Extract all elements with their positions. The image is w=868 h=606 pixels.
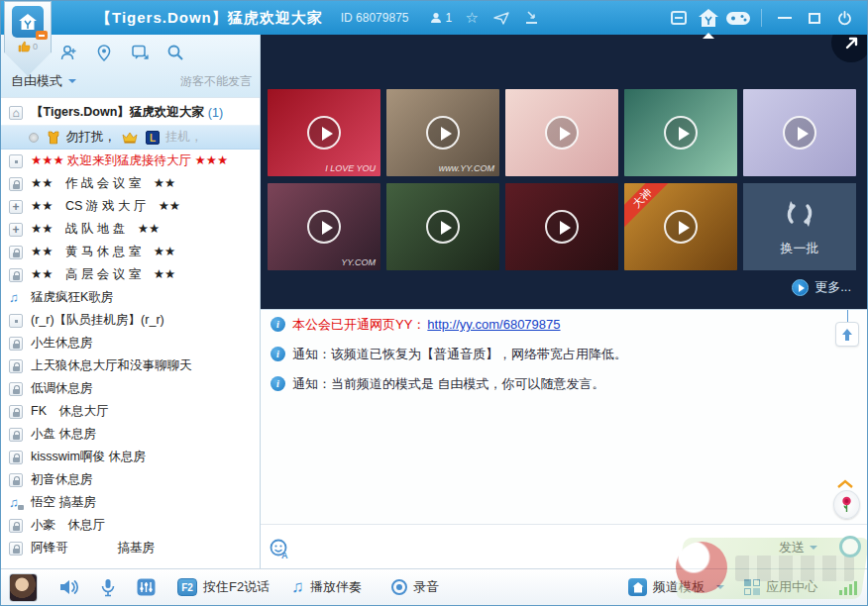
thumbnail-caption: www.YY.COM [439,163,494,173]
speaker-button[interactable] [59,578,79,596]
channel-room-row[interactable]: ★★ CS 游 戏 大 厅 ★★ [1,195,260,218]
close-power-button[interactable] [829,5,859,31]
favorite-star-icon[interactable]: ☆ [462,8,482,28]
video-thumbnail[interactable] [386,183,499,270]
channel-template-button[interactable]: 频道模板 [653,578,705,596]
share-plane-icon[interactable] [491,8,511,28]
send-options-caret-icon[interactable] [810,546,817,554]
status-toolbar: F2 按住F2说话 ♫ 播放伴奏 录音 频道模板 应用中心 [1,568,867,605]
app-center-button[interactable]: 应用中心 [766,578,817,596]
channel-room-row[interactable]: ★★ 高 层 会 议 室 ★★ [1,263,260,286]
channel-room-row[interactable]: FK 休息大厅 [1,400,260,423]
send-button[interactable]: 发送 [779,539,817,556]
speaker-icon [59,578,79,596]
home-icon [18,13,38,31]
microphone-icon [101,578,115,597]
lol-game-badge: L [146,131,160,145]
message-compose-icon[interactable] [130,43,150,62]
video-thumbnail[interactable] [743,89,856,176]
busy-status-badge [36,31,48,40]
channel-room-row[interactable]: 阿锋哥 搞基房 [1,537,260,559]
play-icon [545,210,579,244]
send-flower-button[interactable] [833,490,860,519]
video-thumbnail[interactable]: www.YY.COM [386,89,499,176]
channel-room-row[interactable]: ★★ 战 队 地 盘 ★★ [1,218,260,241]
play-accompaniment-button[interactable]: ♫ 播放伴奏 [291,577,362,597]
thumbnail-caption: YY.COM [341,257,376,267]
video-thumbnail[interactable]: 大神 [624,183,737,270]
arrow-up-right-icon [844,36,859,50]
audio-mixer-button[interactable] [137,578,156,596]
refresh-batch-button[interactable]: 换一批 [743,183,856,270]
collapse-chevron-icon[interactable] [837,479,853,488]
channel-room-row[interactable]: 小生休息房 [1,332,260,354]
expand-button[interactable] [829,35,867,64]
microphone-button[interactable] [101,578,115,597]
channel-room-row[interactable]: 悟空 搞基房 [1,491,260,514]
maximize-button[interactable] [800,5,829,31]
channel-room-row[interactable]: 小盘 休息房 [1,423,260,446]
record-button[interactable]: 录音 [391,578,439,596]
room-icon [9,291,23,305]
chat-message: i 通知：当前频道的模式是 自由模式，你可以随意发言。 [261,369,868,399]
channel-room-row[interactable]: 初音休息房 [1,468,260,491]
channel-room-row[interactable]: kissswim啊俊 休息房 [1,446,260,468]
announcement-row[interactable]: ★★★ 欢迎来到猛虎接待大厅 ★★★ [1,150,260,172]
more-videos-link[interactable]: 更多... [792,278,851,296]
channel-mode-selector[interactable]: 自由模式 [11,72,62,90]
channel-room-row[interactable]: ★★ 作 战 会 议 室 ★★ [1,172,260,195]
channel-logo [12,6,44,38]
message-composer[interactable]: A 发送 [261,524,868,570]
video-thumbnail[interactable]: YY.COM [268,183,380,270]
room-icon [9,542,23,556]
emoticon-button[interactable]: A [269,539,290,559]
room-icon [9,200,23,214]
push-to-talk-button[interactable]: F2 按住F2说话 [177,578,270,596]
room-icon [9,382,23,396]
app-center-icon [744,579,760,595]
channel-room-row[interactable]: 上天狼休息大厅和没事聊聊天 [1,354,260,377]
member-list-icon[interactable] [58,43,78,62]
video-thumbnail[interactable] [624,89,737,176]
titlebar: 【Tigers.Down】猛虎欢迎大家 ID 68079875 1 ☆ [1,1,867,35]
rose-icon [839,496,854,514]
channel-list-button[interactable] [664,5,694,31]
channel-room-row[interactable]: ★★ 黄 马 休 息 室 ★★ [1,241,260,263]
room-name: 猛虎疯狂K歌房 [31,289,113,306]
scroll-to-top-button[interactable] [835,322,859,347]
channel-web-link[interactable]: http://yy.com/68079875 [427,317,560,332]
channel-room-row[interactable]: 小豪 休息厅 [1,514,260,537]
room-name: 低调休息房 [31,380,93,397]
chevron-down-icon[interactable] [716,585,724,593]
channel-template-icon [628,578,647,596]
channel-room-row[interactable]: 猛虎疯狂K歌房 [1,286,260,309]
search-icon[interactable] [165,43,185,62]
download-icon[interactable] [521,8,541,28]
room-icon [9,473,23,487]
channel-room-row[interactable]: 低调休息房 [1,377,260,400]
play-icon [307,210,341,244]
location-pin-icon[interactable] [94,43,114,62]
selected-subchannel-row[interactable]: 勿打扰， L 挂机， [1,125,260,150]
member-count: (1) [208,106,223,120]
video-thumbnail[interactable]: I LOVE YOU [268,89,380,176]
smiley-font-icon: A [269,539,290,559]
play-icon [664,210,698,244]
room-name: 小生休息房 [31,335,93,352]
game-center-button[interactable] [723,5,753,31]
home-view-button[interactable] [694,5,723,31]
channel-root-row[interactable]: 【Tigers.Down】猛虎欢迎大家 (1) [1,100,260,125]
room-icon [9,177,23,191]
vest-icon [47,131,60,145]
video-thumbnail[interactable] [505,183,618,270]
minimize-button[interactable] [770,5,800,31]
channel-id: ID 68079875 [341,11,409,25]
user-avatar[interactable] [9,573,38,602]
list-icon [671,11,687,25]
room-name: ★★ CS 游 戏 大 厅 ★★ [31,198,180,215]
like-counter[interactable]: 0 [18,41,38,52]
video-thumbnail[interactable] [505,89,618,176]
channel-room-row[interactable]: (r_r)【队员挂机房】(r_r) [1,309,260,332]
room-name: 小豪 休息厅 [31,517,105,534]
chevron-down-icon[interactable] [68,79,76,87]
